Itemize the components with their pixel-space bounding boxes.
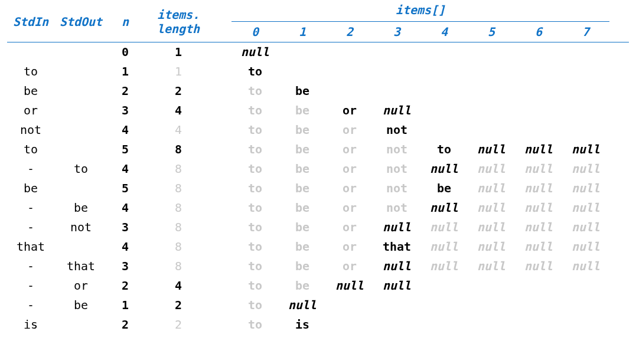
array-cell-5: null (468, 159, 515, 179)
items-length-cell: 1 (143, 42, 214, 62)
word-value: not (386, 201, 407, 215)
n-cell: 4 (107, 159, 143, 179)
word-value: be (295, 103, 309, 117)
header-index-7: 7 (562, 22, 609, 42)
n-cell: 4 (107, 120, 143, 140)
n-cell: 1 (107, 62, 143, 81)
array-cell-1: be (279, 101, 326, 120)
stdin-cell: - (7, 159, 54, 179)
table-row: -to48tobeornotnullnullnullnull (7, 159, 629, 179)
array-cell-1: be (279, 120, 326, 140)
array-cell-7: null (562, 218, 609, 237)
header-n-label: n (107, 15, 143, 29)
header-items-length: items. length (143, 2, 214, 42)
null-value: null (477, 201, 505, 215)
stdin-cell: or (7, 101, 54, 120)
null-value: null (572, 220, 600, 234)
word-value: or (343, 181, 357, 195)
header-index-2: 2 (326, 22, 373, 42)
header-items-title: items[] (231, 0, 609, 22)
null-value: null (477, 220, 505, 234)
array-cell-1: is (279, 315, 326, 335)
array-cell-1: be (279, 276, 326, 296)
word-value: be (437, 181, 451, 195)
stdin-cell: - (7, 257, 54, 276)
word-value: be (295, 181, 309, 195)
array-cell-0: to (231, 120, 279, 140)
null-value: null (288, 298, 317, 312)
word-value: to (248, 298, 262, 312)
null-value: null (383, 259, 411, 273)
array-cell-0: to (231, 276, 279, 296)
null-value: null (572, 259, 600, 273)
word-value: be (295, 240, 309, 254)
word-value: is (295, 317, 309, 332)
array-cell-3: that (373, 237, 420, 257)
array-cell-2: or (326, 257, 373, 276)
items-length-cell: 4 (143, 101, 214, 120)
array-cell-2: or (326, 159, 373, 179)
array-cell-7: null (562, 257, 609, 276)
table-row: to58tobeornottonullnullnull (7, 140, 629, 159)
null-value: null (524, 259, 553, 273)
null-value: null (430, 240, 458, 254)
word-value: to (248, 240, 262, 254)
word-value: not (386, 142, 407, 156)
header-items-block: items[] 01234567 (231, 0, 609, 42)
n-cell: 5 (107, 140, 143, 159)
array-cell-2: or (326, 218, 373, 237)
array-cell-4: null (420, 257, 468, 276)
array-cell-1: be (279, 179, 326, 198)
array-cell-3: not (373, 159, 420, 179)
table-body: 01nullto11tobe22tobeor34tobeornullnot44t… (7, 42, 629, 335)
header-items-length-bot: length (143, 22, 214, 36)
n-cell: 5 (107, 179, 143, 198)
array-cell-0: to (231, 101, 279, 120)
null-value: null (241, 45, 269, 59)
word-value: be (295, 142, 309, 156)
word-value: not (386, 162, 407, 176)
array-cell-5: null (468, 140, 515, 159)
array-cell-1: be (279, 198, 326, 218)
array-cell-6: null (515, 257, 562, 276)
null-value: null (524, 240, 553, 254)
word-value: that (383, 240, 411, 254)
null-value: null (430, 201, 458, 215)
stdout-cell: be (54, 198, 107, 218)
array-cell-6: null (515, 237, 562, 257)
array-cell-6: null (515, 218, 562, 237)
word-value: or (343, 220, 357, 234)
stdin-cell: - (7, 276, 54, 296)
header-gap (214, 2, 231, 42)
stdout-cell: or (54, 276, 107, 296)
table-row: not44tobeornot (7, 120, 629, 140)
n-cell: 4 (107, 237, 143, 257)
items-length-cell: 8 (143, 159, 214, 179)
array-cell-2: or (326, 101, 373, 120)
stdout-cell: be (54, 296, 107, 315)
array-cell-3: not (373, 198, 420, 218)
word-value: be (295, 220, 309, 234)
word-value: be (295, 84, 309, 98)
header-n: n (107, 2, 143, 42)
word-value: or (343, 162, 357, 176)
n-cell: 3 (107, 257, 143, 276)
null-value: null (335, 278, 364, 293)
stdin-cell: - (7, 218, 54, 237)
null-value: null (572, 162, 600, 176)
word-value: to (248, 220, 262, 234)
word-value: or (343, 123, 357, 137)
array-cell-7: null (562, 179, 609, 198)
array-cell-0: to (231, 218, 279, 237)
array-cell-5: null (468, 198, 515, 218)
array-cell-4: null (420, 237, 468, 257)
array-cell-4: be (420, 179, 468, 198)
word-value: to (248, 162, 262, 176)
array-cell-3: null (373, 276, 420, 296)
array-cell-5: null (468, 218, 515, 237)
stdin-cell: - (7, 198, 54, 218)
null-value: null (477, 259, 505, 273)
array-cell-7: null (562, 140, 609, 159)
items-length-cell: 8 (143, 257, 214, 276)
header-index-row: 01234567 (231, 22, 609, 42)
